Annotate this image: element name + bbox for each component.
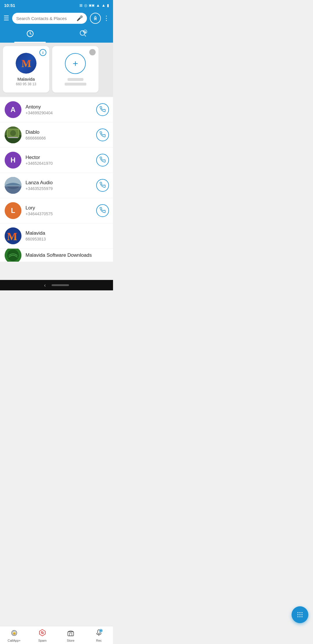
contact-avatar-malavida: M	[5, 227, 21, 244]
status-time: 10:51	[4, 3, 15, 8]
tab-favorites[interactable]	[57, 27, 110, 42]
header-top: ☰ 🎤 ⋮	[3, 13, 110, 24]
contact-number: +34699290404	[26, 111, 96, 115]
search-input[interactable]	[16, 16, 74, 21]
malavida-avatar: M	[16, 53, 37, 74]
call-button-lory[interactable]	[96, 204, 109, 217]
call-button-antony[interactable]	[96, 103, 109, 116]
contact-info-diablo: Diablo 666666666	[26, 129, 96, 140]
contact-name: Malavida Software Downloads	[26, 252, 109, 258]
contact-info-malavida-sw: Malavida Software Downloads	[26, 252, 109, 258]
svg-text:M: M	[21, 58, 31, 69]
contact-item[interactable]: M Malavida 660953813	[0, 223, 113, 249]
vibrate-icon: ▣▣	[89, 3, 94, 7]
tab-bar	[3, 27, 110, 43]
contact-number: 666666666	[26, 136, 96, 140]
header-actions: ⋮	[90, 13, 110, 24]
contact-name: Antony	[26, 104, 96, 110]
search-bar[interactable]: 🎤	[12, 13, 87, 24]
contact-name: Hector	[26, 155, 96, 160]
battery-icon: ▮	[107, 3, 109, 8]
call-button-lanza[interactable]	[96, 179, 109, 192]
svg-rect-12	[8, 137, 18, 138]
contact-number: +34652641970	[26, 161, 96, 166]
call-button-diablo[interactable]	[96, 129, 109, 141]
menu-icon[interactable]: ☰	[3, 15, 9, 21]
wifi-icon: ▲	[96, 3, 100, 8]
contact-list: A Antony +34699290404 Diab	[0, 97, 113, 262]
contact-item[interactable]: H Hector +34652641970	[0, 148, 113, 173]
header: ☰ 🎤 ⋮	[0, 10, 113, 43]
contact-info-lory: Lory +34644370575	[26, 205, 96, 216]
contact-item[interactable]: Diablo 666666666	[0, 122, 113, 148]
placeholder-lines	[65, 78, 86, 86]
home-pill[interactable]	[52, 284, 69, 286]
rocket-button[interactable]	[90, 13, 101, 24]
contact-number: 660953813	[26, 237, 109, 241]
contact-name: Diablo	[26, 129, 96, 135]
info-badge[interactable]: i	[39, 49, 46, 56]
contact-item[interactable]: A Antony +34699290404	[0, 97, 113, 122]
featured-card-add[interactable]: +	[52, 46, 99, 93]
svg-point-0	[95, 18, 96, 19]
contact-number: +34635255979	[26, 186, 96, 191]
contact-name: Lanza Audio	[26, 180, 96, 186]
contact-avatar-hector: H	[5, 152, 21, 169]
contact-avatar-malavida-sw	[5, 249, 21, 262]
contact-info-hector: Hector +34652641970	[26, 155, 96, 166]
signal-icon: ▲	[101, 3, 105, 8]
add-plus-icon: +	[73, 59, 78, 68]
phone-icon	[100, 207, 105, 214]
svg-point-11	[10, 130, 16, 136]
system-nav-bar: ‹	[0, 280, 113, 290]
status-bar: 10:51 ⊠ ◎ ▣▣ ▲ ▲ ▮	[0, 0, 113, 10]
add-contact-avatar[interactable]: +	[65, 53, 86, 74]
contact-number: +34644370575	[26, 211, 96, 216]
contact-avatar-antony: A	[5, 101, 21, 118]
contact-item[interactable]: Malavida Software Downloads	[0, 249, 113, 262]
call-button-hector[interactable]	[96, 154, 109, 167]
contact-info-antony: Antony +34699290404	[26, 104, 96, 115]
status-icons: ⊠ ◎ ▣▣ ▲ ▲ ▮	[79, 3, 109, 8]
clock-icon	[26, 30, 34, 39]
add-gray-indicator	[89, 49, 96, 55]
phone-icon	[100, 157, 105, 164]
phone-icon	[100, 106, 105, 113]
phone-icon	[100, 131, 105, 139]
featured-number: 660 95 38 13	[16, 82, 36, 86]
favorites-icon	[79, 30, 87, 39]
featured-card-malavida[interactable]: i M Malavida 660 95 38 13	[3, 46, 49, 93]
contact-name: Lory	[26, 205, 96, 211]
sync-icon: ◎	[84, 3, 87, 8]
svg-text:M: M	[7, 230, 17, 243]
contact-avatar-diablo	[5, 126, 21, 143]
placeholder-line-1	[68, 78, 83, 81]
contact-item[interactable]: Lanza Audio +34635255979	[0, 173, 113, 198]
contact-info-malavida: Malavida 660953813	[26, 230, 109, 241]
back-button[interactable]: ‹	[44, 282, 46, 288]
contact-info-lanza: Lanza Audio +34635255979	[26, 180, 96, 191]
malavida-logo: M	[16, 53, 37, 74]
featured-section: i M Malavida 660 95 38 13 +	[0, 43, 113, 97]
mic-icon[interactable]: 🎤	[77, 15, 83, 21]
contact-name: Malavida	[26, 230, 109, 236]
featured-name: Malavida	[17, 77, 35, 82]
more-button[interactable]: ⋮	[103, 15, 110, 22]
contact-avatar-lanza	[5, 177, 21, 194]
notification-icon: ⊠	[79, 3, 83, 8]
phone-icon	[100, 182, 105, 189]
contact-avatar-lory: L	[5, 202, 21, 219]
contact-item[interactable]: L Lory +34644370575	[0, 198, 113, 223]
placeholder-line-2	[65, 83, 86, 86]
tab-recent[interactable]	[3, 27, 57, 42]
